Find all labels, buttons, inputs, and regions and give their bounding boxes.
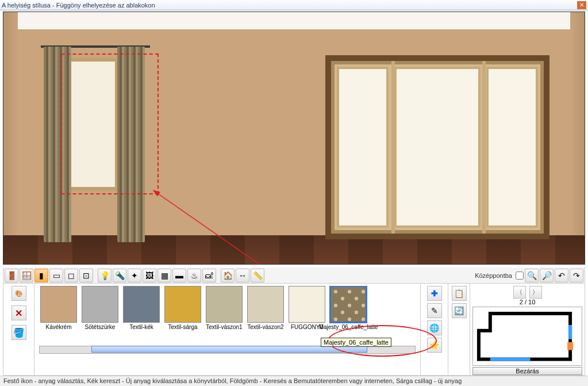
swatch-thumb <box>330 286 367 323</box>
curtain-left[interactable] <box>44 47 71 242</box>
title-bar: A helyiség stílusa - Függöny elhelyezése… <box>0 0 588 10</box>
wall-counter: 2 / 10 <box>472 299 582 305</box>
copy-icon[interactable]: 📋 <box>452 286 467 301</box>
curtain-right[interactable] <box>117 47 145 242</box>
material-swatch[interactable]: Textil-vászon2 <box>246 286 285 343</box>
wall-right <box>570 12 585 264</box>
swatch-label: Kávékrém <box>45 324 71 337</box>
refresh-icon[interactable]: 🔄 <box>452 303 467 318</box>
swatch-thumb <box>123 286 160 323</box>
undo-icon[interactable]: ↶ <box>555 269 568 282</box>
swatch-label: Textil-vászon2 <box>247 324 283 337</box>
floor <box>3 235 585 264</box>
material-swatch[interactable]: Textil-sárga <box>163 286 202 343</box>
paint-icon[interactable]: 🪣 <box>11 325 26 340</box>
window-icon[interactable]: 🪟 <box>20 269 33 282</box>
spot-icon[interactable]: ✦ <box>128 269 141 282</box>
rug-icon[interactable]: ▬ <box>172 269 186 282</box>
picture-icon[interactable]: 🖼 <box>143 269 156 282</box>
door-panel <box>394 67 481 228</box>
delete-icon[interactable]: ✕ <box>11 305 26 320</box>
door-panel <box>337 67 389 228</box>
swatch-thumb <box>289 286 325 323</box>
swatch-tooltip: Majesty_06_caffe_latte <box>321 338 391 347</box>
window-title: A helyiség stílusa - Függöny elhelyezése… <box>2 2 577 9</box>
material-swatch[interactable]: Textil-vászon1 <box>205 286 244 343</box>
swatch-label: Textil-sárga <box>168 324 197 337</box>
curtain-tool-icon[interactable]: ▮ <box>34 269 48 282</box>
material-swatch[interactable]: Sötétszürke <box>80 286 120 343</box>
sliding-door[interactable] <box>325 55 549 239</box>
next-wall-icon[interactable]: 〉 <box>529 286 542 299</box>
furniture-icon[interactable]: 🛋 <box>202 269 216 282</box>
favorite-icon[interactable]: ⭐ <box>427 338 442 353</box>
room-preview[interactable] <box>3 12 585 265</box>
floor-pattern-icon[interactable]: ▦ <box>157 269 171 282</box>
pick-material-icon[interactable]: 🎨 <box>11 286 26 301</box>
window-small[interactable] <box>67 58 118 190</box>
swatch-label: FUGGONY0 <box>291 324 323 337</box>
redo-icon[interactable]: ↷ <box>570 269 583 282</box>
swatch-thumb <box>82 286 118 323</box>
material-panel: 🎨 ✕ 🪣 KávékrémSötétszürkeTextil-kékTexti… <box>3 284 585 376</box>
switch-icon[interactable]: ◻ <box>64 269 78 282</box>
ruler-icon[interactable]: 📏 <box>251 269 264 282</box>
swatch-label: Textil-vászon1 <box>206 324 242 337</box>
floorplan[interactable] <box>472 307 582 366</box>
material-swatch[interactable]: Majesty_06_caffe_latte <box>329 286 368 343</box>
material-actions: ✚ ✎ 🌐 ⭐ <box>420 284 448 375</box>
toolbar: 🚪 🪟 ▮ ▭ ◻ ⊡ 💡 🔦 ✦ 🖼 ▦ ▬ ♨ 🛋 🏠 ↔ 📏 Középp… <box>3 267 585 284</box>
zoom-in-icon[interactable]: 🔍 <box>525 269 539 282</box>
close-button[interactable]: Bezárás <box>472 367 582 375</box>
prev-wall-icon[interactable]: 〈 <box>513 286 526 299</box>
swatch-scrollbar[interactable] <box>39 346 416 354</box>
door-frame <box>391 61 395 234</box>
edit-material-icon[interactable]: ✎ <box>427 303 442 318</box>
radiator-icon[interactable]: ♨ <box>187 269 201 282</box>
swatch-row: KávékrémSötétszürkeTextil-kékTextil-sárg… <box>39 286 416 343</box>
add-material-icon[interactable]: ✚ <box>427 286 442 301</box>
wall-lamp-icon[interactable]: 🔦 <box>113 269 126 282</box>
outlet-icon[interactable]: ⊡ <box>79 269 93 282</box>
center-checkbox[interactable] <box>516 272 524 280</box>
status-bar: Festő ikon - anyag választás, Kék keresz… <box>0 376 588 386</box>
svg-rect-3 <box>567 342 573 350</box>
swatch-thumb <box>247 286 284 323</box>
swatch-area: KávékrémSötétszürkeTextil-kékTextil-sárg… <box>34 284 420 375</box>
move-icon[interactable]: ↔ <box>236 269 249 282</box>
material-swatch[interactable]: Kávékrém <box>39 286 78 343</box>
swatch-label: Majesty_06_caffe_latte <box>319 324 378 337</box>
globe-search-icon[interactable]: 🌐 <box>427 320 442 335</box>
floorplan-panel: 〈 〉 2 / 10 Bezárás <box>470 284 585 375</box>
swatch-label: Textil-kék <box>129 324 153 337</box>
swatch-thumb <box>164 286 201 323</box>
swatch-thumb <box>40 286 77 323</box>
swatch-label: Sötétszürke <box>85 324 116 337</box>
zoom-out-icon[interactable]: 🔎 <box>540 269 554 282</box>
material-swatch[interactable]: Textil-kék <box>122 286 161 343</box>
profile-icon[interactable]: ▭ <box>49 269 63 282</box>
wall-left <box>3 12 18 264</box>
room-icon[interactable]: 🏠 <box>221 269 235 282</box>
material-actions-2: 📋 🔄 <box>448 284 470 375</box>
door-frame <box>482 61 486 234</box>
door-icon[interactable]: 🚪 <box>5 269 18 282</box>
ceiling-lamp-icon[interactable]: 💡 <box>98 269 112 282</box>
center-label: Középpontba <box>475 272 514 279</box>
door-panel <box>486 67 538 228</box>
side-tools: 🎨 ✕ 🪣 <box>3 284 34 375</box>
close-icon[interactable]: ✕ <box>577 1 586 9</box>
swatch-thumb <box>206 286 243 323</box>
